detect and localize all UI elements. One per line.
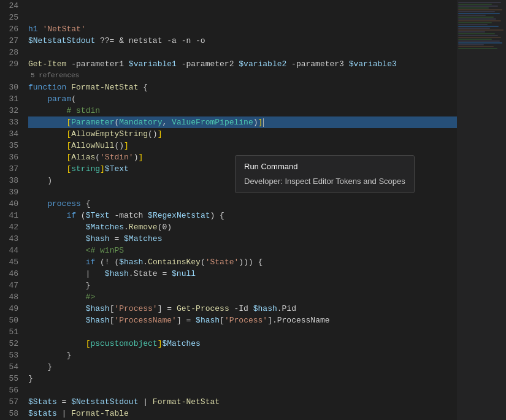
code-line-30: function Format-NetStat { [28, 82, 457, 93]
code-line-51 [28, 326, 457, 338]
code-line-31: param( [28, 93, 457, 105]
code-area[interactable]: h1 'NetStat' $NetstatStdout ??= & netsta… [23, 0, 457, 420]
code-line-29: Get-Item -parameter1 $variable1 -paramet… [28, 58, 457, 70]
code-line-47: } [28, 280, 457, 291]
run-command-menu-item[interactable]: Run Command [242, 159, 408, 174]
code-line-57: $Stats = $NetstatStdout | Format-NetStat [28, 396, 457, 408]
code-line-32: # stdin [28, 105, 457, 116]
line-numbers: 24 25 26 27 28 29 · 30 31 32 33 34 35 36… [0, 0, 23, 420]
code-line-48: #> [28, 291, 457, 303]
inspect-tokens-menu-item[interactable]: Developer: Inspect Editor Tokens and Sco… [242, 174, 408, 189]
string-netstat: 'NetStat' [42, 23, 85, 35]
code-line-58: $stats | Format-Table [28, 408, 457, 419]
code-line-52: [pscustomobject]$Matches [28, 338, 457, 349]
code-line-56 [28, 384, 457, 396]
code-line-55: } [28, 373, 457, 384]
code-line-33: [Parameter(Mandatory, ValueFromPipeline)… [28, 116, 457, 128]
code-references: 5 references [31, 70, 457, 82]
code-line-44: <# winPS [28, 245, 457, 256]
code-line-34: [AllowEmptyString()] [28, 128, 457, 140]
code-line-27: $NetstatStdout ??= & netstat -a -n -o [28, 35, 457, 47]
code-line-49: $hash['Process'] = Get-Process -Id $hash… [28, 303, 457, 315]
code-line-24 [28, 0, 457, 12]
code-line-42: $Matches.Remove(0) [28, 221, 457, 233]
text-cursor [263, 118, 264, 127]
code-line-35: [AllowNull()] [28, 140, 457, 151]
minimap [457, 0, 506, 420]
code-line-46: | $hash.State = $null [28, 268, 457, 280]
code-line-53: } [28, 349, 457, 361]
code-line-50: $hash['ProcessName'] = $hash['Process'].… [28, 315, 457, 326]
code-line-25 [28, 12, 457, 23]
keyword-h1: h1 [28, 23, 38, 35]
code-line-43: $hash = $Matches [28, 233, 457, 245]
code-line-45: if (! ($hash.ContainsKey('State'))) { [28, 256, 457, 268]
code-line-26: h1 'NetStat' [28, 23, 457, 35]
code-line-54: } [28, 361, 457, 373]
editor-container: 24 25 26 27 28 29 · 30 31 32 33 34 35 36… [0, 0, 506, 420]
context-menu[interactable]: Run Command Developer: Inspect Editor To… [235, 155, 415, 193]
code-line-41: if ($Text -match $RegexNetstat) { [28, 210, 457, 221]
code-line-28 [28, 47, 457, 58]
code-line-40: process { [28, 198, 457, 210]
